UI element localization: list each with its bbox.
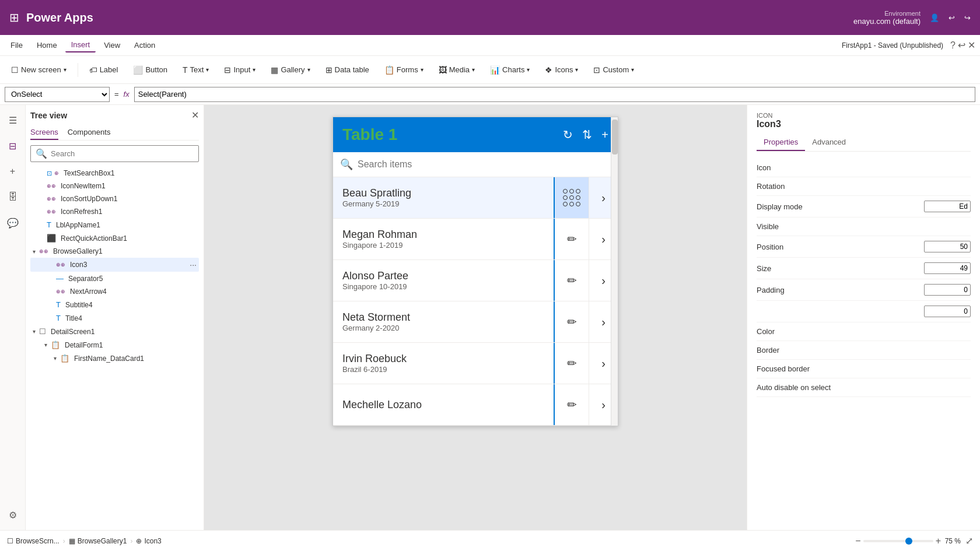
tree-search-input[interactable] (51, 149, 194, 158)
gallery-row-info: Alonso ParteeSingapore 10-2019 (333, 263, 554, 298)
input-button[interactable]: ⊟ Input ▾ (218, 62, 262, 78)
text-label: Text (190, 65, 204, 74)
gallery-row[interactable]: Alonso ParteeSingapore 10-2019✏› (333, 260, 618, 301)
formula-input[interactable] (134, 87, 975, 102)
tab-properties[interactable]: Properties (757, 134, 805, 151)
add-icon[interactable]: + (2, 161, 23, 182)
hamburger-icon[interactable]: ☰ (2, 110, 23, 131)
tree-item-lbl-app-name[interactable]: T LblAppName1 (30, 218, 199, 231)
zoom-slider-thumb[interactable] (905, 538, 912, 545)
tree-item-icon-sort-up-down[interactable]: ⊕⊕ IconSortUpDown1 (30, 192, 199, 205)
gallery-icon: ▦ (69, 537, 75, 545)
undo-btn[interactable]: ↩ (958, 40, 965, 51)
data-table-button[interactable]: ⊞ Data table (319, 62, 376, 78)
edit-icon-selected (563, 189, 580, 206)
tree-item-icon-refresh[interactable]: ⊕⊕ IconRefresh1 (30, 205, 199, 218)
gallery-row[interactable]: Megan RohmanSingapore 1-2019✏› (333, 219, 618, 260)
tree-item-browse-gallery[interactable]: ▾ ⊕⊕ BrowseGallery1 (30, 245, 199, 258)
grid-icon[interactable]: ⊞ (9, 10, 19, 24)
menu-home[interactable]: Home (31, 38, 63, 52)
gallery-icon: ▦ (271, 65, 278, 75)
gallery-row-edit-button[interactable]: ✏ (554, 219, 589, 259)
gallery-row[interactable]: Beau SpratlingGermany 5-2019› (333, 177, 618, 219)
label-button[interactable]: 🏷 Label (83, 62, 125, 78)
gallery-row[interactable]: Irvin RoebuckBrazil 6-2019✏› (333, 343, 618, 384)
icons-button[interactable]: ❖ Icons ▾ (538, 62, 584, 78)
canvas-scrollbar[interactable] (611, 117, 618, 426)
tree-item-text-search-box[interactable]: ⊡ ⊕ TextSearchBox1 (30, 167, 199, 180)
chat-icon[interactable]: 💬 (2, 212, 23, 233)
breadcrumb-gallery[interactable]: ▦ BrowseGallery1 (69, 537, 127, 545)
tree-item-icon-new-item[interactable]: ⊕⊕ IconNewItem1 (30, 180, 199, 192)
tree-view-icon[interactable]: ⊟ (2, 135, 23, 156)
charts-button[interactable]: 📊 Charts ▾ (484, 62, 536, 78)
tree-search-box[interactable]: 🔍 (30, 145, 199, 162)
settings-icon[interactable]: ⚙ (2, 504, 23, 525)
database-icon[interactable]: 🗄 (2, 187, 23, 208)
forms-button[interactable]: 📋 Forms ▾ (378, 62, 430, 78)
tree-item-icon3[interactable]: ⊕⊕ Icon3 ··· (30, 258, 199, 272)
tree-item-separator5[interactable]: — Separator5 (30, 272, 199, 285)
browse-gallery-icon: ⊕⊕ (39, 248, 48, 254)
breadcrumb-icon3[interactable]: ⊕ Icon3 (136, 537, 161, 545)
forms-label: Forms (397, 65, 418, 74)
redo-icon[interactable]: ↪ (964, 13, 971, 22)
menu-view[interactable]: View (98, 38, 126, 52)
gallery-button[interactable]: ▦ Gallery ▾ (264, 62, 316, 78)
icon3-more-button[interactable]: ··· (190, 260, 197, 269)
button-button[interactable]: ⬜ Button (127, 62, 174, 78)
tree-item-rect-quick-action[interactable]: ⬛ RectQuickActionBar1 (30, 231, 199, 245)
padding-input[interactable] (924, 284, 971, 296)
user-icon[interactable]: 👤 (930, 13, 939, 22)
tree-item-detail-screen1[interactable]: ▾ ☐ DetailScreen1 (30, 325, 199, 338)
new-screen-button[interactable]: ☐ New screen ▾ (5, 62, 73, 78)
tab-components[interactable]: Components (68, 125, 111, 140)
menu-insert[interactable]: Insert (65, 38, 96, 52)
tab-advanced[interactable]: Advanced (805, 134, 853, 151)
tab-screens[interactable]: Screens (30, 125, 58, 140)
tree-item-next-arrow4[interactable]: ⊕⊕ NextArrow4 (30, 285, 199, 298)
fullscreen-button[interactable]: ⤢ (965, 535, 973, 546)
undo-icon[interactable]: ↩ (949, 13, 955, 22)
media-button[interactable]: 🖼 Media ▾ (432, 62, 481, 78)
menu-file[interactable]: File (5, 38, 29, 52)
zoom-plus-button[interactable]: + (936, 536, 941, 546)
text-button[interactable]: T Text ▾ (176, 62, 215, 78)
tree-close-button[interactable]: ✕ (191, 110, 199, 121)
close-btn[interactable]: ✕ (968, 40, 975, 51)
tree-item-subtitle4[interactable]: T Subtitle4 (30, 298, 199, 311)
zoom-slider[interactable] (863, 540, 933, 542)
edit-pencil-icon: ✏ (567, 273, 577, 287)
prop-border: Border (757, 341, 971, 360)
refresh-icon[interactable]: ↻ (563, 128, 573, 142)
canvas-area: Table 1 ↻ ⇅ + 🔍 Beau SpratlingGermany 5-… (204, 105, 747, 530)
zoom-minus-button[interactable]: − (855, 536, 860, 546)
custom-button[interactable]: ⊡ Custom ▾ (587, 62, 640, 78)
position-input[interactable] (924, 241, 971, 252)
nav-chevron-icon: › (601, 274, 606, 287)
formula-fx-icon: fx (124, 90, 130, 99)
display-mode-input[interactable] (924, 201, 971, 212)
subtitle4-icon: T (56, 300, 61, 309)
tree-item-detail-form1[interactable]: ▾ 📋 DetailForm1 (30, 338, 199, 352)
padding2-input[interactable] (924, 306, 971, 317)
gallery-row[interactable]: Neta StormentGermany 2-2020✏› (333, 301, 618, 343)
formula-property-select[interactable]: OnSelect (5, 87, 110, 102)
menu-action[interactable]: Action (128, 38, 161, 52)
size-input[interactable] (924, 262, 971, 274)
question-icon[interactable]: ? (950, 40, 956, 51)
gallery-row-edit-button[interactable]: ✏ (554, 260, 589, 301)
canvas-search-input[interactable] (358, 159, 611, 170)
gallery-row-edit-button[interactable]: ✏ (554, 301, 589, 342)
gallery-row-edit-button[interactable]: ✏ (554, 343, 589, 384)
gallery-row-edit-button[interactable] (554, 177, 589, 218)
prop-color: Color (757, 322, 971, 341)
gallery-row-edit-button[interactable]: ✏ (554, 384, 589, 425)
add-icon[interactable]: + (601, 128, 608, 142)
tree-item-title4[interactable]: T Title4 (30, 311, 199, 325)
breadcrumb-screen[interactable]: ☐ BrowseScrn... (7, 537, 60, 545)
sort-icon[interactable]: ⇅ (582, 128, 592, 142)
gallery-row[interactable]: Mechelle Lozano✏› (333, 384, 618, 426)
tree-item-firstname-datacard[interactable]: ▾ 📋 FirstName_DataCard1 (30, 352, 199, 365)
app-status: FirstApp1 - Saved (Unpublished) (842, 41, 943, 50)
